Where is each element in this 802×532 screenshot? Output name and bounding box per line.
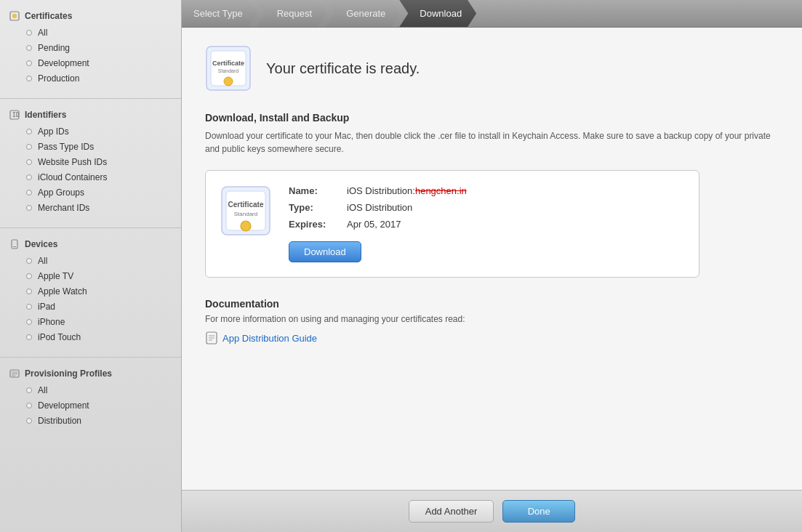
sidebar-item-prov-development[interactable]: Development <box>3 398 178 413</box>
install-section-title: Download, Install and Backup <box>205 112 779 124</box>
svg-text:ID: ID <box>12 112 20 118</box>
doc-link-icon <box>205 331 218 344</box>
cert-download-button[interactable]: Download <box>289 241 361 262</box>
main-panel: Select Type Request Generate Download Ce… <box>182 0 802 532</box>
done-button[interactable]: Done <box>502 500 575 523</box>
add-another-button[interactable]: Add Another <box>409 500 494 523</box>
cert-name-redacted: hengchen.in <box>415 185 467 196</box>
cert-expires-row: Expires: Apr 05, 2017 <box>289 219 684 230</box>
bullet-icon <box>26 205 32 211</box>
svg-text:Certificate: Certificate <box>228 201 264 209</box>
svg-point-1 <box>12 14 17 18</box>
devices-section-icon <box>9 238 20 250</box>
install-section-desc: Download your certificate to your Mac, t… <box>205 129 779 156</box>
devices-label: Devices <box>25 239 57 249</box>
bullet-icon <box>26 159 32 165</box>
bullet-icon <box>26 418 32 424</box>
svg-text:Standard: Standard <box>218 68 239 73</box>
cert-expires-value: Apr 05, 2017 <box>347 219 401 230</box>
bullet-icon <box>26 190 32 196</box>
cert-type-row: Type: iOS Distribution <box>289 202 684 213</box>
svg-text:Standard: Standard <box>234 211 257 217</box>
sidebar-item-app-groups[interactable]: App Groups <box>3 185 178 200</box>
footer: Add Another Done <box>182 490 802 532</box>
bullet-icon <box>26 334 32 340</box>
provisioning-label: Provisioning Profiles <box>25 368 112 379</box>
cert-type-label: Type: <box>289 202 347 213</box>
cert-ready-header: Certificate Standard Your certificate is… <box>205 45 779 92</box>
step-generate[interactable]: Generate <box>326 0 400 27</box>
sidebar: Certificates All Pending Development Pro… <box>0 0 182 532</box>
bullet-icon <box>26 403 32 408</box>
svg-point-19 <box>241 221 251 231</box>
sidebar-item-website-push-ids[interactable]: Website Push IDs <box>3 155 178 169</box>
cert-expires-label: Expires: <box>289 219 347 230</box>
cert-card-icon: Certificate Standard <box>220 185 271 236</box>
svg-text:Certificate: Certificate <box>212 60 244 67</box>
cert-card: Certificate Standard Name: iOS Distribut… <box>205 170 699 278</box>
documentation-section: Documentation For more information on us… <box>205 298 779 344</box>
doc-link-label: App Distribution Guide <box>222 333 317 344</box>
sidebar-item-apple-tv[interactable]: Apple TV <box>3 269 178 283</box>
sidebar-item-ipod-touch[interactable]: iPod Touch <box>3 330 178 344</box>
sidebar-certificates-header: Certificates <box>0 6 181 25</box>
ready-title: Your certificate is ready. <box>266 60 420 77</box>
sidebar-item-ipad[interactable]: iPad <box>3 299 178 314</box>
sidebar-devices-header: Devices <box>0 234 181 253</box>
svg-rect-4 <box>12 240 17 249</box>
sidebar-item-prov-all[interactable]: All <box>3 383 178 398</box>
cert-name-value: iOS Distribution:hengchen.in <box>347 185 467 196</box>
bullet-icon <box>26 387 32 393</box>
step-bar: Select Type Request Generate Download <box>182 0 802 28</box>
doc-section-title: Documentation <box>205 298 779 310</box>
step-request[interactable]: Request <box>257 0 326 27</box>
sidebar-item-icloud-containers[interactable]: iCloud Containers <box>3 170 178 185</box>
install-section: Download, Install and Backup Download yo… <box>205 112 779 156</box>
doc-link[interactable]: App Distribution Guide <box>205 331 779 344</box>
certificate-icon-large: Certificate Standard <box>205 45 252 92</box>
svg-point-14 <box>224 77 233 86</box>
bullet-icon <box>26 60 32 66</box>
sidebar-item-cert-all[interactable]: All <box>3 25 178 40</box>
sidebar-item-cert-development[interactable]: Development <box>3 56 178 70</box>
bullet-icon <box>26 319 32 325</box>
cert-name-row: Name: iOS Distribution:hengchen.in <box>289 185 684 196</box>
sidebar-item-cert-pending[interactable]: Pending <box>3 41 178 55</box>
identifiers-label: Identifiers <box>25 110 66 120</box>
doc-section-desc: For more information on using and managi… <box>205 314 779 324</box>
cert-details: Name: iOS Distribution:hengchen.in Type:… <box>289 185 684 262</box>
cert-name-label: Name: <box>289 185 347 196</box>
sidebar-identifiers-header: ID Identifiers <box>0 105 181 124</box>
bullet-icon <box>26 76 32 81</box>
svg-rect-6 <box>10 370 19 377</box>
step-download[interactable]: Download <box>399 0 476 27</box>
sidebar-item-devices-all[interactable]: All <box>3 254 178 268</box>
content-area: Certificate Standard Your certificate is… <box>182 28 802 490</box>
sidebar-item-merchant-ids[interactable]: Merchant IDs <box>3 201 178 215</box>
certificates-label: Certificates <box>25 11 72 21</box>
bullet-icon <box>26 129 32 134</box>
step-select-type[interactable]: Select Type <box>182 0 257 27</box>
bullet-icon <box>26 45 32 51</box>
sidebar-item-cert-production[interactable]: Production <box>3 71 178 86</box>
sidebar-item-apple-watch[interactable]: Apple Watch <box>3 284 178 299</box>
sidebar-item-prov-distribution[interactable]: Distribution <box>3 414 178 428</box>
sidebar-item-app-ids[interactable]: App IDs <box>3 124 178 139</box>
provisioning-section-icon <box>9 368 20 379</box>
bullet-icon <box>26 174 32 180</box>
bullet-icon <box>26 289 32 294</box>
bullet-icon <box>26 144 32 150</box>
sidebar-item-pass-type-ids[interactable]: Pass Type IDs <box>3 140 178 154</box>
bullet-icon <box>26 30 32 36</box>
sidebar-provisioning-header: Provisioning Profiles <box>0 363 181 382</box>
bullet-icon <box>26 304 32 310</box>
certificate-section-icon <box>9 10 20 22</box>
svg-rect-5 <box>13 246 16 247</box>
sidebar-item-iphone[interactable]: iPhone <box>3 315 178 329</box>
cert-type-value: iOS Distribution <box>347 202 412 213</box>
bullet-icon <box>26 273 32 279</box>
identifier-section-icon: ID <box>9 109 20 121</box>
bullet-icon <box>26 258 32 264</box>
